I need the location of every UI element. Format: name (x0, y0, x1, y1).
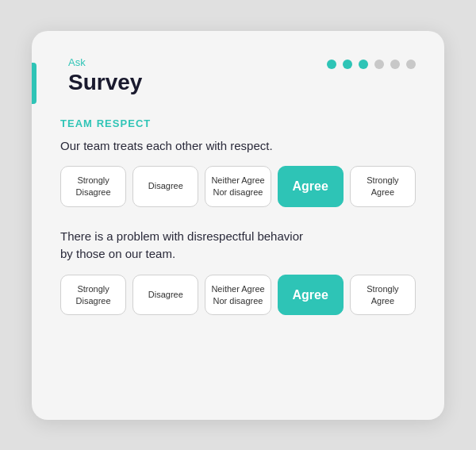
q2-agree[interactable]: Agree (278, 275, 344, 316)
q2-disagree[interactable]: Disagree (132, 275, 198, 316)
dot-6 (406, 60, 416, 69)
q1-agree[interactable]: Agree (278, 166, 344, 207)
question-2-options: StronglyDisagree Disagree Neither AgreeN… (60, 275, 416, 316)
question-1-options: StronglyDisagree Disagree Neither AgreeN… (60, 166, 416, 207)
q1-disagree[interactable]: Disagree (132, 166, 198, 207)
q2-strongly-agree[interactable]: StronglyAgree (350, 275, 416, 316)
left-accent-bar (32, 63, 36, 104)
q1-neither[interactable]: Neither AgreeNor disagree (205, 166, 271, 207)
header-row: Ask Survey (60, 56, 416, 95)
question-2-text: There is a problem with disrespectful be… (60, 228, 416, 263)
q2-neither[interactable]: Neither AgreeNor disagree (205, 275, 271, 316)
dot-5 (390, 60, 400, 69)
dot-4 (374, 60, 384, 69)
survey-title: Survey (68, 70, 142, 95)
q1-strongly-disagree[interactable]: StronglyDisagree (60, 166, 126, 207)
ask-label: Ask (68, 56, 142, 68)
dot-1 (327, 60, 336, 69)
q1-strongly-agree[interactable]: StronglyAgree (350, 166, 416, 207)
title-block: Ask Survey (60, 56, 142, 95)
progress-dots (327, 56, 416, 69)
section-label: TEAM RESPECT (60, 117, 416, 129)
dot-3 (359, 60, 368, 69)
dot-2 (343, 60, 352, 69)
survey-card: Ask Survey TEAM RESPECT Our team treats … (32, 31, 444, 420)
question-1-text: Our team treats each other with respect. (60, 137, 416, 156)
q2-strongly-disagree[interactable]: StronglyDisagree (60, 275, 126, 316)
